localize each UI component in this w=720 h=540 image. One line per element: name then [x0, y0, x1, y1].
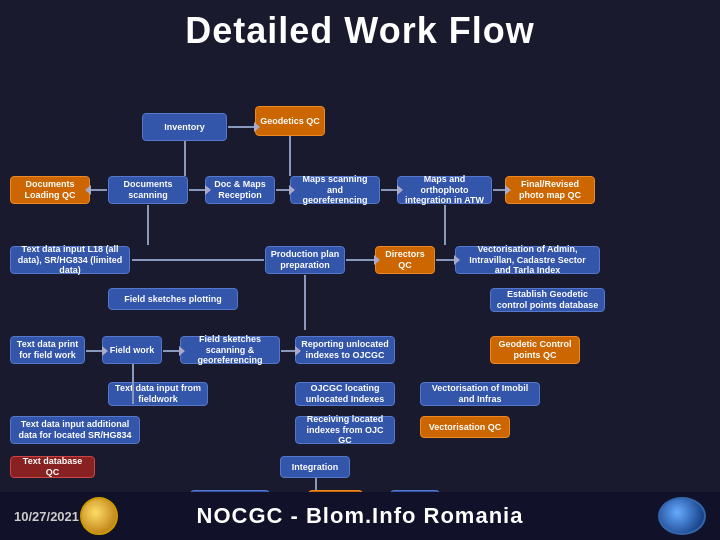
maps-scanning-box: Maps scanning and georeferencing [290, 176, 380, 204]
page-title: Detailed Work Flow [0, 0, 720, 58]
text-print-box: Text data print for field work [10, 336, 85, 364]
documents-scanning-box: Documents scanning [108, 176, 188, 204]
arrow-sketches-reporting [281, 350, 295, 352]
establish-geodetic-box: Establish Geodetic control points databa… [490, 288, 605, 312]
vectorisation-qc-box: Vectorisation QC [420, 416, 510, 438]
production-plan-box: Production plan preparation [265, 246, 345, 274]
arrow-directors-vectorisation [436, 259, 454, 261]
footer: 10/27/2021 NOCGC - Blom.Info Romania [0, 492, 720, 540]
arrow-inv-geo [228, 126, 254, 128]
ojcgc-locating-box: OJCGC locating unlocated Indexes [295, 382, 395, 406]
hline-textinput-production [132, 259, 264, 261]
flow-container: Inventory Geodetics QC Documents Loading… [0, 58, 720, 538]
receiving-located-box: Receiving located indexes from OJC GC [295, 416, 395, 444]
vectorisation-box: Vectorisation of Admin, Intravillan, Cad… [455, 246, 600, 274]
text-database-qc-box: Text database QC [10, 456, 95, 478]
integration-box: Integration [280, 456, 350, 478]
field-sketches-plotting-box: Field sketches plotting [108, 288, 238, 310]
reporting-unlocated-box: Reporting unlocated indexes to OJCGC [295, 336, 395, 364]
arrow-fieldwork-sketches [163, 350, 179, 352]
arrow-docscanning-docreception [189, 189, 205, 191]
vline-inventory-down [184, 141, 186, 176]
arrow-textprint-fieldwork [86, 350, 102, 352]
vline-geodetics [289, 136, 291, 176]
arrow-orthophoto-finalqc [493, 189, 505, 191]
maps-orthophoto-box: Maps and orthophoto integration in ATW [397, 176, 492, 204]
vline-fieldwork-down [132, 364, 134, 404]
text-additional-box: Text data input additional data for loca… [10, 416, 140, 444]
arrow-docreception-mapsscanning [276, 189, 289, 191]
arrow-mapsscanning-orthophoto [381, 189, 397, 191]
arrow-docloading-docscanning [91, 189, 107, 191]
final-photo-map-qc-box: Final/Revised photo map QC [505, 176, 595, 204]
vline-docs-down [147, 205, 149, 245]
footer-logo-left [80, 497, 118, 535]
vline-production-down [304, 275, 306, 330]
field-work-box: Field work [102, 336, 162, 364]
text-data-input-box: Text data input L18 (all data), SR/HG834… [10, 246, 130, 274]
field-sketches-scan-box: Field sketches scanning & georeferencing [180, 336, 280, 364]
text-input-fieldwork-box: Text data input from fieldwork [108, 382, 208, 406]
docs-loading-qc-box: Documents Loading QC [10, 176, 90, 204]
vline-orthophoto [444, 205, 446, 245]
geodetics-qc-box: Geodetics QC [255, 106, 325, 136]
vline-integration-down [315, 478, 317, 490]
footer-company: NOCGC - Blom.Info Romania [197, 503, 524, 529]
footer-logo-right [658, 497, 706, 535]
doc-maps-reception-box: Doc & Maps Reception [205, 176, 275, 204]
directors-qc-box: Directors QC [375, 246, 435, 274]
vectorisation-imobil-box: Vectorisation of Imobil and Infras [420, 382, 540, 406]
arrow-production-directors [346, 259, 374, 261]
inventory-box: Inventory [142, 113, 227, 141]
geodetic-control-qc-box: Geodetic Control points QC [490, 336, 580, 364]
footer-date: 10/27/2021 [14, 509, 79, 524]
